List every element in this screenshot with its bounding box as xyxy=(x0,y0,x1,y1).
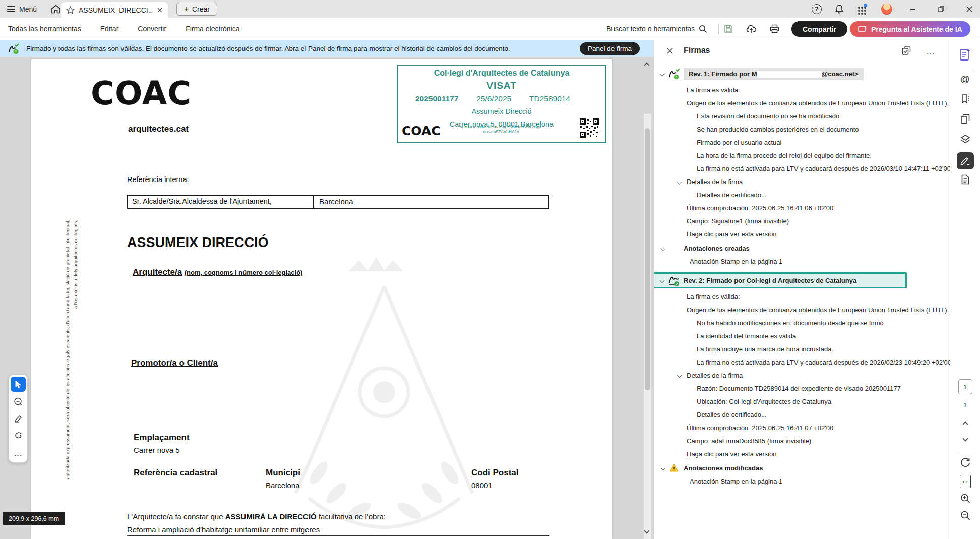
postal-code-value: 08001 xyxy=(471,481,493,490)
apps-grid-icon[interactable] xyxy=(857,4,868,15)
pencil-tool-button[interactable] xyxy=(11,411,26,426)
cloud-upload-icon[interactable] xyxy=(746,24,757,33)
rev1-signature-row[interactable]: Rev. 1: Firmado por M@coac.net> xyxy=(654,67,950,82)
more-tools-button[interactable]: … xyxy=(11,445,26,460)
site-label: Emplaçament xyxy=(134,433,190,443)
comments-at-button[interactable]: @ xyxy=(960,74,970,85)
select-tool-button[interactable] xyxy=(11,377,26,392)
stamp-annotation-line[interactable]: Anotación Stamp en la página 1 xyxy=(654,255,950,268)
tools-menu-convert[interactable]: Convertir xyxy=(138,25,166,33)
side-legal-note-outer: autoritzada expressament, serà objecte d… xyxy=(65,220,70,480)
layers-button[interactable] xyxy=(960,134,970,144)
title-bar: Menú ASSUMEIX_DIRECCI... + Crear ? xyxy=(0,0,980,18)
save-icon[interactable] xyxy=(724,24,733,33)
signature-valid-icon xyxy=(667,275,682,287)
print-icon[interactable] xyxy=(770,24,779,33)
ltv-expiry-line: La firma no está activada para LTV y cad… xyxy=(654,162,950,175)
ai-assistant-button[interactable]: Pregunta al Asistente de IA xyxy=(850,21,970,37)
close-panel-button[interactable] xyxy=(666,47,676,56)
tools-menu-all-tools[interactable]: Todas las herramientas xyxy=(8,25,81,33)
user-avatar[interactable] xyxy=(881,4,892,15)
chevron-down-icon[interactable] xyxy=(677,179,682,185)
home-icon xyxy=(51,5,61,14)
coac-logo: COAC xyxy=(91,75,192,112)
notifications-bell-icon[interactable] xyxy=(835,4,844,14)
statement-line: L'Arquitecte/a fa constar que ASSUMIRÀ L… xyxy=(127,512,386,521)
stamp-organization: Col·legi d'Arquitectes de Catalunya xyxy=(398,69,605,78)
chevron-down-icon[interactable] xyxy=(661,246,666,251)
generative-summary-button[interactable] xyxy=(959,48,971,62)
comment-tool-button[interactable] xyxy=(11,394,26,409)
work-description: Reforma i ampliació d'habitatge unifamil… xyxy=(127,525,549,536)
chevron-down-icon[interactable] xyxy=(661,466,666,471)
coac-watermark xyxy=(248,256,520,538)
share-label: Compartir xyxy=(803,25,836,33)
redacted-name xyxy=(757,71,822,78)
statement-bold: ASSUMIRÀ LA DIRECCIÓ xyxy=(225,512,317,521)
tools-menu-edit[interactable]: Editar xyxy=(100,25,119,33)
next-page-button[interactable] xyxy=(963,437,967,441)
signature-clock-line: La hora de la firma procede del reloj de… xyxy=(654,149,950,162)
share-button[interactable]: Compartir xyxy=(791,21,847,37)
identity-valid-line: La identidad del firmante es válida xyxy=(654,330,950,343)
menu-button[interactable]: Menú xyxy=(7,0,37,18)
tools-menu-esign[interactable]: Firma electrónica xyxy=(186,25,239,33)
zoom-in-icon xyxy=(960,493,970,504)
field-line: Campo: adaFirmaDoc8585 (firma invisible) xyxy=(654,435,950,448)
restore-button[interactable] xyxy=(934,3,949,15)
scrollbar-thumb[interactable] xyxy=(645,128,650,390)
rotate-icon xyxy=(960,457,971,468)
tab-close-icon[interactable] xyxy=(157,7,163,13)
lasso-tool-button[interactable] xyxy=(11,428,26,443)
view-version-link[interactable]: Haga clic para ver esta versión xyxy=(654,448,950,461)
document-tab[interactable]: ASSUMEIX_DIRECCI... xyxy=(61,2,168,18)
zoom-in-button[interactable] xyxy=(960,493,970,504)
panel-options-icon[interactable]: … xyxy=(926,48,936,53)
minimize-button[interactable] xyxy=(905,3,921,15)
stamp-annotation-line[interactable]: Anotación Stamp en la página 1 xyxy=(654,475,950,488)
last-check-line: Última comprobación: 2025.06.25 16:41:06… xyxy=(654,202,950,215)
certificate-details-link[interactable]: Detalles de certificado... xyxy=(654,189,950,202)
validate-signatures-icon[interactable] xyxy=(902,46,912,55)
chevron-down-icon[interactable] xyxy=(660,278,665,283)
field-line: Campo: Signature1 (firma invisible) xyxy=(654,215,950,228)
bookmarks-button[interactable] xyxy=(961,94,970,104)
tab-title: ASSUMEIX_DIRECCI... xyxy=(79,6,153,14)
search-control[interactable]: Buscar texto o herramientas xyxy=(606,18,719,40)
signatures-tab-button[interactable] xyxy=(957,152,974,169)
certificate-details-link[interactable]: Detalles de certificado... xyxy=(654,408,950,422)
page-total: 1 xyxy=(963,401,967,409)
actual-size-button[interactable]: 1:1 xyxy=(960,475,971,488)
help-icon[interactable]: ? xyxy=(812,4,822,14)
stamp-date: 25/6/2025 xyxy=(476,94,511,103)
annotations-modified-section[interactable]: Anotaciones modificadas xyxy=(654,462,950,475)
close-window-button[interactable] xyxy=(962,3,977,15)
ai-document-icon xyxy=(959,48,971,62)
create-label: Crear xyxy=(192,5,210,13)
signature-details-toggle[interactable]: Detalles de la firma xyxy=(654,175,950,189)
chevron-down-icon[interactable] xyxy=(660,72,665,77)
scroll-up-icon[interactable] xyxy=(645,60,651,66)
view-version-link[interactable]: Haga clic para ver esta versión xyxy=(654,228,950,241)
annotations-created-section[interactable]: Anotaciones creadas xyxy=(654,242,950,255)
previous-page-button[interactable] xyxy=(963,420,967,426)
page-number-input[interactable]: 1 xyxy=(958,379,972,394)
rev2-signature-row[interactable]: Rev. 2: Firmado por Col·legi d Arquitect… xyxy=(654,273,950,288)
rotate-page-button[interactable] xyxy=(960,457,971,468)
vertical-scrollbar[interactable] xyxy=(644,114,651,539)
scroll-down-icon[interactable] xyxy=(645,526,651,532)
current-page-value[interactable]: 1 xyxy=(958,379,972,394)
star-icon[interactable] xyxy=(66,6,75,14)
ai-chat-icon xyxy=(858,25,867,33)
page-thumbnails-button[interactable] xyxy=(960,114,970,124)
zoom-out-button[interactable] xyxy=(960,510,970,521)
signature-details-toggle[interactable]: Detalles de la firma xyxy=(654,369,950,382)
attachments-button[interactable] xyxy=(961,174,969,185)
chevron-down-icon[interactable] xyxy=(677,373,682,378)
signature-panel-button[interactable]: Panel de firma xyxy=(580,42,640,55)
create-button[interactable]: + Crear xyxy=(176,3,217,16)
hamburger-icon xyxy=(7,6,15,12)
trust-origin-line: Origen de los elementos de confianza obt… xyxy=(654,304,950,317)
trust-origin-line: Origen de los elementos de confianza obt… xyxy=(654,97,950,110)
at-icon: @ xyxy=(960,74,970,85)
